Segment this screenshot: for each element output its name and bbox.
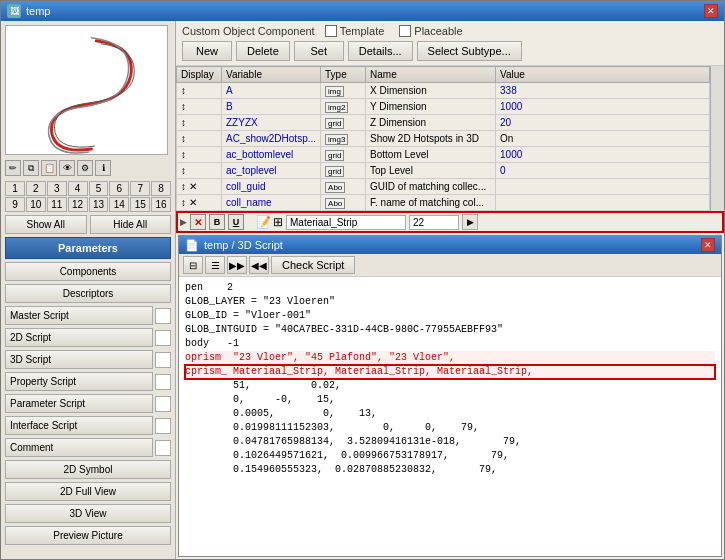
num-btn-5[interactable]: 5 bbox=[89, 181, 109, 196]
eye-icon-btn[interactable]: 👁 bbox=[59, 160, 75, 176]
table-scroll[interactable]: Display Variable Type Name Value ↕AimgX … bbox=[176, 66, 710, 211]
edit-arrow-button[interactable]: ▶ bbox=[462, 214, 478, 230]
placeable-checkbox[interactable] bbox=[399, 25, 411, 37]
script-2d-button[interactable]: 2D Script bbox=[5, 328, 153, 347]
param-icon-btn[interactable]: ⚙ bbox=[77, 160, 93, 176]
copy-icon-btn[interactable]: ⧉ bbox=[23, 160, 39, 176]
header-display: Display bbox=[177, 67, 222, 83]
details-button[interactable]: Details... bbox=[348, 41, 413, 61]
num-btn-3[interactable]: 3 bbox=[47, 181, 67, 196]
parameter-script-button[interactable]: Parameter Script bbox=[5, 394, 153, 413]
interface-script-button[interactable]: Interface Script bbox=[5, 416, 153, 435]
edit-value-input[interactable] bbox=[409, 215, 459, 230]
select-subtype-button[interactable]: Select Subtype... bbox=[417, 41, 522, 61]
script-2d-indicator bbox=[155, 330, 171, 346]
info-icon-btn[interactable]: ℹ bbox=[95, 160, 111, 176]
main-right: Custom Object Component Template Placeab… bbox=[176, 21, 724, 559]
pencil-icon-btn[interactable]: ✏ bbox=[5, 160, 21, 176]
master-script-row: Master Script bbox=[5, 306, 171, 325]
script-close-button[interactable]: ✕ bbox=[701, 238, 715, 252]
script-3d-button[interactable]: 3D Script bbox=[5, 350, 153, 369]
script-line: body -1 bbox=[185, 337, 715, 351]
parameters-table: Display Variable Type Name Value ↕AimgX … bbox=[176, 66, 710, 211]
paste-icon-btn[interactable]: 📋 bbox=[41, 160, 57, 176]
template-checkbox[interactable] bbox=[325, 25, 337, 37]
coc-title: Custom Object Component Template Placeab… bbox=[182, 25, 718, 37]
content-area: ✏ ⧉ 📋 👁 ⚙ ℹ 1 2 3 4 5 6 7 8 9 10 11 12 bbox=[1, 21, 724, 559]
table-row[interactable]: ↕AimgX Dimension338 bbox=[177, 83, 710, 99]
table-row[interactable]: ↕ac_bottomlevelgridBottom Level1000 bbox=[177, 147, 710, 163]
view-3d-button[interactable]: 3D View bbox=[5, 504, 171, 523]
script-tool-3[interactable]: ▶▶ bbox=[227, 256, 247, 274]
template-label: Template bbox=[340, 25, 385, 37]
hide-all-button[interactable]: Hide All bbox=[90, 215, 172, 234]
descriptors-button[interactable]: Descriptors bbox=[5, 284, 171, 303]
master-script-button[interactable]: Master Script bbox=[5, 306, 153, 325]
app-icon: 🖼 bbox=[7, 4, 21, 18]
edit-u-button[interactable]: U bbox=[228, 214, 244, 230]
number-grid: 1 2 3 4 5 6 7 8 9 10 11 12 13 14 15 16 bbox=[5, 181, 171, 212]
preview-box bbox=[5, 25, 168, 155]
num-btn-4[interactable]: 4 bbox=[68, 181, 88, 196]
new-button[interactable]: New bbox=[182, 41, 232, 61]
table-row[interactable]: ↕ ✕coll_nameAboF. name of matching col..… bbox=[177, 195, 710, 211]
num-btn-15[interactable]: 15 bbox=[130, 197, 150, 212]
comment-button[interactable]: Comment bbox=[5, 438, 153, 457]
num-btn-9[interactable]: 9 bbox=[5, 197, 25, 212]
script-line: 0.0005, 0, 13, bbox=[185, 407, 715, 421]
script-line: 0, -0, 15, bbox=[185, 393, 715, 407]
num-btn-13[interactable]: 13 bbox=[89, 197, 109, 212]
delete-button[interactable]: Delete bbox=[236, 41, 290, 61]
header-name: Name bbox=[366, 67, 496, 83]
script-line: GLOB_ID = "Vloer-001" bbox=[185, 309, 715, 323]
num-btn-14[interactable]: 14 bbox=[109, 197, 129, 212]
parameters-button[interactable]: Parameters bbox=[5, 237, 171, 259]
full-view-2d-button[interactable]: 2D Full View bbox=[5, 482, 171, 501]
num-btn-6[interactable]: 6 bbox=[109, 181, 129, 196]
interface-script-indicator bbox=[155, 418, 171, 434]
edit-x-button[interactable]: ✕ bbox=[190, 214, 206, 230]
set-button[interactable]: Set bbox=[294, 41, 344, 61]
property-script-row: Property Script bbox=[5, 372, 171, 391]
script-tool-4[interactable]: ◀◀ bbox=[249, 256, 269, 274]
table-row[interactable]: ↕ac_toplevelgridTop Level0 bbox=[177, 163, 710, 179]
num-btn-12[interactable]: 12 bbox=[68, 197, 88, 212]
script-title-bar: 📄 temp / 3D Script ✕ bbox=[179, 236, 721, 254]
edit-icon1: 📝 bbox=[256, 215, 271, 229]
components-button[interactable]: Components bbox=[5, 262, 171, 281]
script-2d-row: 2D Script bbox=[5, 328, 171, 347]
script-tool-1[interactable]: ⊟ bbox=[183, 256, 203, 274]
edit-name-input[interactable] bbox=[286, 215, 406, 230]
num-btn-10[interactable]: 10 bbox=[26, 197, 46, 212]
window-title: temp bbox=[26, 5, 50, 17]
main-window: 🖼 temp ✕ ✏ ⧉ 📋 👁 bbox=[0, 0, 725, 560]
coc-section: Custom Object Component Template Placeab… bbox=[176, 21, 724, 66]
svg-rect-0 bbox=[8, 26, 166, 154]
table-scrollbar[interactable] bbox=[710, 66, 724, 211]
script-line: GLOB_LAYER = "23 Vloeren" bbox=[185, 295, 715, 309]
num-btn-7[interactable]: 7 bbox=[130, 181, 150, 196]
table-row[interactable]: ↕Bimg2Y Dimension1000 bbox=[177, 99, 710, 115]
show-all-button[interactable]: Show All bbox=[5, 215, 87, 234]
edit-b-button[interactable]: B bbox=[209, 214, 225, 230]
check-script-button[interactable]: Check Script bbox=[271, 256, 355, 274]
table-row[interactable]: ↕ ✕coll_guidAboGUID of matching collec..… bbox=[177, 179, 710, 195]
table-row[interactable]: ↕ZZYZXgridZ Dimension20 bbox=[177, 115, 710, 131]
parameter-script-row: Parameter Script bbox=[5, 394, 171, 413]
placeable-label: Placeable bbox=[414, 25, 462, 37]
script-title: temp / 3D Script bbox=[204, 239, 283, 251]
num-btn-8[interactable]: 8 bbox=[151, 181, 171, 196]
script-tool-2[interactable]: ☰ bbox=[205, 256, 225, 274]
property-script-button[interactable]: Property Script bbox=[5, 372, 153, 391]
header-variable: Variable bbox=[222, 67, 321, 83]
coc-label: Custom Object Component bbox=[182, 25, 315, 37]
table-row[interactable]: ↕AC_show2DHotsp...img3Show 2D Hotspots i… bbox=[177, 131, 710, 147]
num-btn-16[interactable]: 16 bbox=[151, 197, 171, 212]
close-button[interactable]: ✕ bbox=[704, 4, 718, 18]
preview-button[interactable]: Preview Picture bbox=[5, 526, 171, 545]
script-line: GLOB_INTGUID = "40CA7BEC-331D-44CB-980C-… bbox=[185, 323, 715, 337]
num-btn-11[interactable]: 11 bbox=[47, 197, 67, 212]
symbol-2d-button[interactable]: 2D Symbol bbox=[5, 460, 171, 479]
num-btn-1[interactable]: 1 bbox=[5, 181, 25, 196]
num-btn-2[interactable]: 2 bbox=[26, 181, 46, 196]
